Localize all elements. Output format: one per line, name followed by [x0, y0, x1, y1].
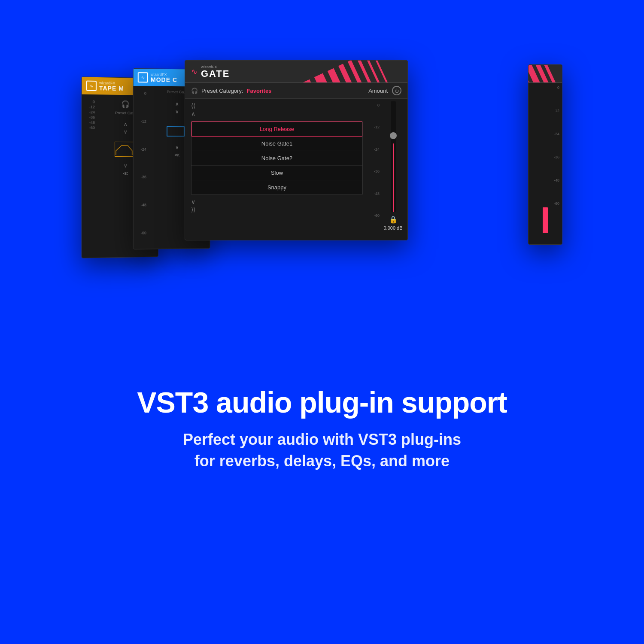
gate-double-up-arrow[interactable]: ⟨⟨	[191, 102, 195, 109]
right-db-scale: 0 -12 -24 -36 -48 -60	[531, 85, 559, 206]
right-deco	[529, 65, 562, 83]
gate-amount-section: 0 -12 -24 -36 -48 -60 🔒	[369, 99, 407, 233]
tape-up-arrow[interactable]: ∧	[123, 121, 127, 127]
modec-preset-label: Preset Ca...	[167, 90, 187, 94]
gate-preset-category-value: Favorites	[247, 88, 272, 94]
gate-preset-area: ⟨⟨ ∧ Long Release Noise Gate1 Noise Gate…	[185, 99, 369, 233]
plugin-right: 0 -12 -24 -36 -48 -60	[528, 64, 562, 245]
plugin-gate: ∿ wizardFX GATE 🎧 Preset Category: Favor…	[185, 60, 408, 240]
subheadline-line1: Perfect your audio with VST3 plug-ins	[183, 431, 461, 448]
gate-preset-dropdown: Long Release Noise Gate1 Noise Gate2 Slo…	[191, 121, 363, 195]
gate-fader-knob	[390, 132, 397, 139]
modec-down-arrow2[interactable]: ∨	[175, 144, 179, 150]
modec-name: MODE C	[151, 76, 177, 83]
text-section: VST3 audio plug-in support Perfect your …	[103, 386, 541, 472]
gate-db-value: 0.000 dB	[383, 225, 402, 231]
tape-down-arrow2[interactable]: ∨	[123, 163, 127, 169]
modec-down-arrow3[interactable]: ≪	[174, 152, 179, 158]
tape-down-arrow3[interactable]: ≪	[122, 170, 128, 176]
svg-rect-0	[167, 127, 184, 136]
gate-fader: 🔒 0.000 dB	[381, 101, 405, 231]
gate-name: GATE	[201, 69, 230, 79]
preset-item-noise-gate2[interactable]: Noise Gate2	[191, 151, 362, 166]
gate-logo-icon: ∿	[191, 67, 197, 76]
gate-preset-category-label: Preset Category:	[201, 88, 243, 94]
gate-db-scale: 0 -12 -24 -36 -48 -60	[372, 101, 381, 231]
gate-main-body: ⟨⟨ ∧ Long Release Noise Gate1 Noise Gate…	[185, 99, 407, 233]
gate-fader-line	[393, 143, 394, 212]
gate-fader-track[interactable]	[391, 101, 396, 212]
tape-icon: ∿	[86, 81, 97, 91]
gate-arrows-col: ⟨⟨ ∧	[191, 102, 195, 118]
gate-down-arrow[interactable]: ∨	[191, 198, 195, 206]
main-headline: VST3 audio plug-in support	[137, 386, 507, 419]
modec-arrows: ∧ ∨	[175, 101, 179, 115]
gate-up-arrow[interactable]: ∧	[191, 110, 195, 118]
gate-power-button[interactable]: ⏻	[392, 86, 401, 95]
main-subheadline: Perfect your audio with VST3 plug-ins fo…	[183, 429, 461, 472]
gate-amount-label: Amount	[368, 88, 388, 94]
tape-headphone-icon: 🎧	[121, 98, 130, 108]
tape-db-scale: 0 -12 -24 -36 -48 -60	[87, 98, 95, 246]
gate-preset-bar: 🎧 Preset Category: Favorites Amount ⏻	[185, 83, 407, 99]
gate-lock-icon: 🔒	[389, 216, 398, 224]
gate-arrows-col-down: ∨ ⟩⟩	[191, 198, 195, 214]
preset-item-slow[interactable]: Slow	[191, 166, 362, 180]
gate-double-down-arrow[interactable]: ⟩⟩	[191, 206, 195, 213]
preset-item-snappy[interactable]: Snappy	[191, 180, 362, 194]
tape-preset-label: Preset Cate	[115, 111, 135, 115]
gate-nav-arrows: ⟨⟨ ∧	[185, 102, 369, 119]
gate-header-content: ∿ wizardFX GATE	[185, 61, 407, 83]
tape-name: TAPE M	[99, 85, 124, 91]
preset-item-long-release[interactable]: Long Release	[191, 122, 362, 137]
modec-icon: ∿	[138, 72, 148, 82]
gate-title-block: wizardFX GATE	[201, 65, 230, 79]
tape-down-arrow[interactable]: ∨	[123, 129, 127, 135]
modec-down-arrow[interactable]: ∨	[175, 109, 179, 115]
right-plugin-header	[529, 65, 562, 83]
tape-arrows2: ∨ ≪	[122, 163, 128, 176]
right-fader-fill	[543, 207, 548, 233]
tape-title: wizardFX TAPE M	[99, 81, 124, 91]
preset-item-noise-gate1[interactable]: Noise Gate1	[191, 137, 362, 151]
plugins-showcase: ∿ wizardFX TAPE M 0 -12 -24 -36 -48 -60 …	[0, 52, 644, 361]
right-plugin-body: 0 -12 -24 -36 -48 -60	[529, 83, 562, 236]
gate-nav-arrows-down: ∨ ⟩⟩	[185, 197, 369, 214]
tape-arrows: ∧ ∨	[123, 121, 127, 135]
modec-up-arrow[interactable]: ∧	[175, 101, 179, 107]
modec-db-scale: 0 -12 -24 -36 -48 -60	[139, 89, 146, 237]
gate-header: ∿ wizardFX GATE	[185, 61, 407, 83]
modec-title: wizardFX MODE C	[151, 73, 177, 83]
modec-arrows2: ∨ ≪	[174, 144, 179, 158]
headphone-icon-gate: 🎧	[191, 88, 198, 94]
subheadline-line2: for reverbs, delays, EQs, and more	[194, 452, 450, 470]
